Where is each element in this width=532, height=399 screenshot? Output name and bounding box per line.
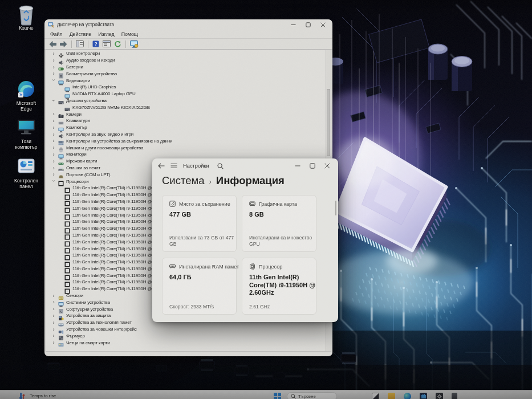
expand-chevron-icon[interactable]: › xyxy=(51,124,56,131)
console-tree-icon[interactable] xyxy=(76,40,84,47)
expand-chevron-icon[interactable]: › xyxy=(51,57,56,64)
device-tree-row[interactable]: ›Компютър xyxy=(46,124,326,131)
collapse-chevron-icon[interactable]: › xyxy=(50,178,57,184)
taskbar-search-box[interactable]: Търсене xyxy=(287,392,337,399)
device-tree-row[interactable]: ›Мишки и други посочващи устройства xyxy=(46,144,326,151)
expand-chevron-icon[interactable]: › xyxy=(51,117,56,124)
scrollbar-thumb[interactable] xyxy=(327,89,330,156)
storage-card[interactable]: Място за съхранение 477 GB Използвани са… xyxy=(162,195,237,252)
back-arrow-icon[interactable] xyxy=(49,41,56,47)
minimize-button[interactable] xyxy=(290,161,305,170)
maximize-button[interactable] xyxy=(300,21,315,30)
desktop-icon-control-panel[interactable]: Контролен панел xyxy=(5,156,48,189)
device-tree-label: Клавиатури xyxy=(66,118,90,123)
close-button[interactable] xyxy=(315,21,330,30)
properties-icon[interactable] xyxy=(103,40,111,47)
hamburger-menu-icon[interactable] xyxy=(170,163,177,169)
file-explorer-icon[interactable] xyxy=(388,393,395,399)
svg-text:?: ? xyxy=(94,41,97,47)
device-tree-label: Видеокарти xyxy=(66,78,90,83)
smart-card-icon xyxy=(58,340,64,345)
device-tree-row[interactable]: NVIDIA RTX A4000 Laptop GPU xyxy=(46,91,326,97)
expand-chevron-icon[interactable]: › xyxy=(51,64,56,71)
expand-chevron-icon[interactable]: › xyxy=(51,131,56,138)
device-tree-row[interactable]: ›Контролери на устройства за съхраняване… xyxy=(46,137,326,144)
scan-hardware-icon[interactable] xyxy=(130,40,139,48)
processor-icon xyxy=(64,246,70,251)
expand-chevron-icon[interactable]: › xyxy=(51,165,56,172)
expand-chevron-icon[interactable]: › xyxy=(51,151,56,158)
menu-file[interactable]: Файл xyxy=(47,31,66,37)
device-tree-row[interactable]: ›Фърмуер xyxy=(46,332,326,339)
card-label: Процесор xyxy=(259,264,282,270)
processor-icon xyxy=(58,178,64,184)
edge-icon[interactable] xyxy=(404,393,411,399)
task-view-icon[interactable] xyxy=(372,393,379,399)
processor-icon xyxy=(64,219,70,225)
expand-chevron-icon[interactable]: › xyxy=(51,319,56,326)
forward-arrow-icon[interactable] xyxy=(60,41,67,47)
menu-view[interactable]: Изглед xyxy=(95,31,117,37)
toolbar-separator xyxy=(88,40,88,48)
device-tree-row[interactable]: ›Монитори xyxy=(46,151,326,158)
desktop-icon-this-pc[interactable]: Този компютър xyxy=(5,117,48,150)
ram-card[interactable]: Инсталирана RAM памет 64,0 ГБ Скорост: 2… xyxy=(162,258,237,315)
settings-gear-icon[interactable] xyxy=(436,393,443,399)
desktop-icon-microsoft-edge[interactable]: Microsoft Edge xyxy=(5,79,48,112)
device-tree-row[interactable]: ›Видеокарти xyxy=(46,77,326,84)
device-tree-row[interactable]: ›Камери xyxy=(46,111,326,117)
back-arrow-icon[interactable] xyxy=(158,163,165,169)
card-label: Графична карта xyxy=(259,201,297,207)
device-tree-label: Процесори xyxy=(66,179,88,184)
device-tree-row[interactable]: Intel(R) UHD Graphics xyxy=(46,84,326,91)
app-icon[interactable] xyxy=(452,393,457,399)
device-tree-row[interactable]: ›Клавиатури xyxy=(46,117,326,124)
close-button[interactable] xyxy=(320,161,335,170)
expand-chevron-icon[interactable]: › xyxy=(51,70,56,77)
device-tree-row[interactable]: ›Устройства за човешки интерфейс xyxy=(46,326,326,333)
device-tree-row[interactable]: ›Дискови устройства xyxy=(46,97,326,104)
device-tree-row[interactable]: ›Батерии xyxy=(46,64,326,71)
start-button[interactable] xyxy=(274,393,281,399)
microsoft-store-icon[interactable] xyxy=(420,393,427,399)
device-tree-row[interactable]: ›Четци на смарт карти xyxy=(46,339,326,346)
settings-scrollbar[interactable] xyxy=(335,201,337,215)
expand-chevron-icon[interactable]: › xyxy=(51,326,56,333)
settings-titlebar[interactable]: Настройки xyxy=(152,158,338,173)
search-icon[interactable] xyxy=(217,163,224,169)
menu-help[interactable]: Помощ xyxy=(118,31,141,37)
device-tree-row[interactable]: ›USB контролери xyxy=(46,50,326,57)
toolbar-separator xyxy=(71,40,72,48)
minimize-button[interactable] xyxy=(286,21,300,30)
desktop-icon-recycle-bin[interactable]: Кошче xyxy=(5,3,48,31)
expand-chevron-icon[interactable]: › xyxy=(51,339,56,346)
refresh-icon[interactable] xyxy=(114,40,121,47)
gpu-card[interactable]: Графична карта 8 GB Инсталирани са множе… xyxy=(242,195,316,252)
expand-chevron-icon[interactable]: › xyxy=(51,171,56,178)
device-tree-row[interactable]: ›Аудио входове и изходи xyxy=(46,57,326,64)
expand-chevron-icon[interactable]: › xyxy=(51,306,56,312)
collapse-chevron-icon[interactable]: › xyxy=(50,78,57,83)
help-icon[interactable]: ? xyxy=(92,40,99,47)
expand-chevron-icon[interactable]: › xyxy=(51,312,56,319)
expand-chevron-icon[interactable]: › xyxy=(51,50,56,57)
device-tree-row[interactable]: ›Биометрични устройства xyxy=(46,70,326,77)
menu-action[interactable]: Действие xyxy=(66,31,95,37)
device-tree-row[interactable]: ›Контролери за звук, видео и игри xyxy=(46,131,326,138)
disk-drive-icon xyxy=(64,104,70,110)
expand-chevron-icon[interactable]: › xyxy=(51,144,56,151)
collapse-chevron-icon[interactable]: › xyxy=(50,97,57,103)
taskbar-weather-widget[interactable]: Temps to rise xyxy=(19,392,56,399)
cpu-card[interactable]: Процесор 11th Gen Intel(R) Core(TM) i9-1… xyxy=(242,258,316,315)
expand-chevron-icon[interactable]: › xyxy=(51,158,56,165)
device-manager-titlebar[interactable]: Диспечер на устройствата xyxy=(44,19,332,30)
expand-chevron-icon[interactable]: › xyxy=(51,111,56,117)
device-tree-row[interactable]: KXG70ZNV512G NVMe KIOXIA 512GB xyxy=(46,104,326,111)
maximize-button[interactable] xyxy=(305,161,320,170)
expand-chevron-icon[interactable]: › xyxy=(51,332,56,339)
breadcrumb-system[interactable]: Система xyxy=(162,174,205,187)
expand-chevron-icon[interactable]: › xyxy=(51,292,56,299)
expand-chevron-icon[interactable]: › xyxy=(51,137,56,144)
edge-icon xyxy=(16,79,36,99)
expand-chevron-icon[interactable]: › xyxy=(51,299,56,306)
